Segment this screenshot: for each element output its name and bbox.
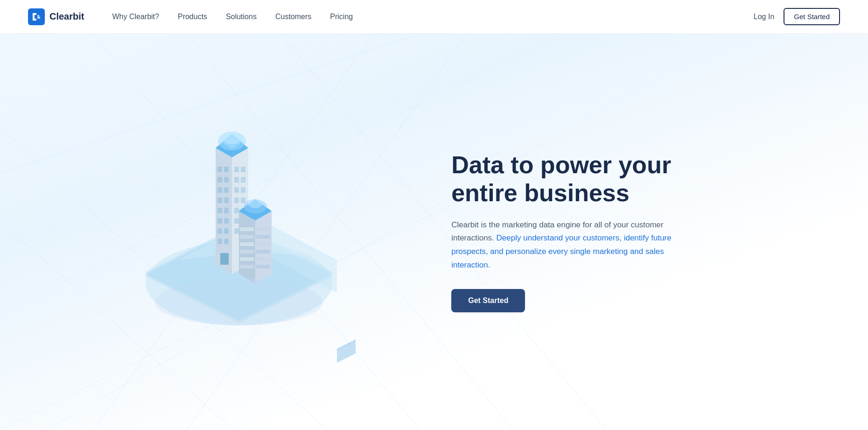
nav-actions: Log In Get Started xyxy=(754,8,840,25)
svg-rect-48 xyxy=(234,208,239,213)
nav-pricing[interactable]: Pricing xyxy=(330,13,353,21)
navbar: Clearbit Why Clearbit? Products Solution… xyxy=(0,0,868,34)
svg-rect-31 xyxy=(224,197,229,203)
svg-rect-46 xyxy=(234,197,239,203)
svg-point-60 xyxy=(248,200,262,208)
svg-rect-54 xyxy=(220,253,229,265)
svg-rect-38 xyxy=(217,239,222,244)
svg-rect-68 xyxy=(256,235,270,239)
logo-icon xyxy=(28,8,45,25)
svg-rect-50 xyxy=(234,218,239,224)
hero-content: Data to power your entire business Clear… xyxy=(451,151,722,312)
svg-rect-34 xyxy=(217,218,222,224)
svg-rect-65 xyxy=(240,257,254,261)
svg-rect-35 xyxy=(224,218,229,224)
svg-rect-27 xyxy=(224,177,229,183)
svg-point-73 xyxy=(155,279,323,325)
svg-rect-64 xyxy=(240,250,254,254)
svg-marker-56 xyxy=(255,211,272,283)
svg-rect-25 xyxy=(224,167,229,172)
svg-rect-28 xyxy=(217,187,222,193)
svg-rect-69 xyxy=(256,242,270,246)
svg-rect-32 xyxy=(217,208,222,213)
get-started-nav-button[interactable]: Get Started xyxy=(784,8,840,25)
svg-marker-55 xyxy=(239,211,255,283)
logo-link[interactable]: Clearbit xyxy=(28,8,84,25)
svg-rect-33 xyxy=(224,208,229,213)
nav-links: Why Clearbit? Products Solutions Custome… xyxy=(112,13,753,21)
svg-rect-61 xyxy=(240,227,254,231)
svg-rect-70 xyxy=(256,250,270,254)
svg-rect-40 xyxy=(234,167,239,172)
svg-rect-66 xyxy=(240,265,254,268)
nav-products[interactable]: Products xyxy=(178,13,207,21)
svg-rect-41 xyxy=(241,167,245,172)
isometric-buildings-svg xyxy=(94,87,384,377)
svg-rect-67 xyxy=(256,227,270,231)
svg-rect-42 xyxy=(234,177,239,183)
svg-rect-26 xyxy=(217,177,222,183)
svg-rect-52 xyxy=(234,228,239,234)
login-button[interactable]: Log In xyxy=(754,13,774,21)
svg-rect-0 xyxy=(28,8,45,25)
svg-rect-72 xyxy=(256,265,270,268)
svg-rect-24 xyxy=(217,167,222,172)
svg-rect-29 xyxy=(224,187,229,193)
svg-rect-36 xyxy=(217,228,222,234)
svg-rect-71 xyxy=(256,257,270,261)
nav-solutions[interactable]: Solutions xyxy=(226,13,257,21)
svg-rect-47 xyxy=(241,197,245,203)
svg-rect-62 xyxy=(240,235,254,239)
svg-rect-39 xyxy=(224,239,229,244)
svg-rect-44 xyxy=(234,187,239,193)
hero-title: Data to power your entire business xyxy=(451,151,685,207)
nav-customers[interactable]: Customers xyxy=(275,13,311,21)
hero-section: Data to power your entire business Clear… xyxy=(0,34,868,430)
hero-illustration xyxy=(0,34,477,430)
svg-rect-43 xyxy=(241,177,245,183)
svg-rect-37 xyxy=(224,228,229,234)
svg-rect-30 xyxy=(217,197,222,203)
svg-point-23 xyxy=(223,133,241,144)
svg-rect-45 xyxy=(241,187,245,193)
nav-why-clearbit[interactable]: Why Clearbit? xyxy=(112,13,159,21)
hero-cta-button[interactable]: Get Started xyxy=(451,289,525,312)
hero-description: Clearbit is the marketing data engine fo… xyxy=(451,219,685,273)
svg-rect-63 xyxy=(240,242,254,246)
logo-text: Clearbit xyxy=(49,11,84,22)
